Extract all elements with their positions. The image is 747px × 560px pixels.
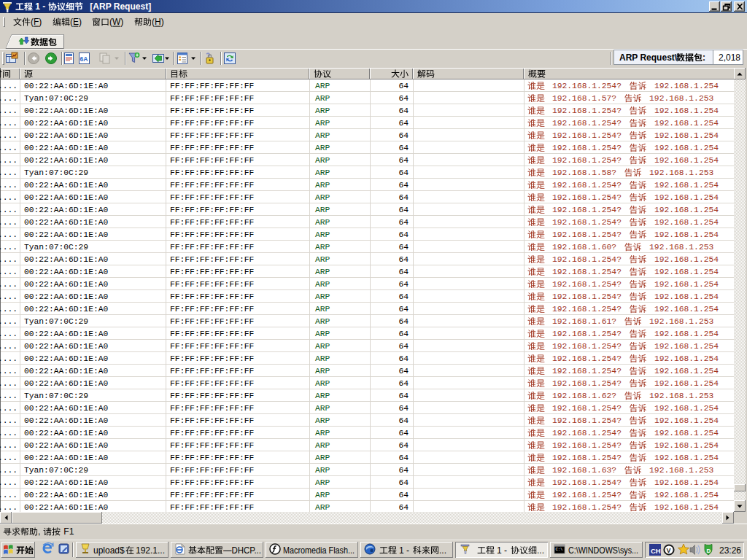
- svg-text:....: ....: [0, 491, 18, 499]
- svg-text:64: 64: [398, 255, 409, 264]
- svg-text:FF:FF:FF:FF:FF:FF: FF:FF:FF:FF:FF:FF: [170, 119, 254, 128]
- svg-text:....: ....: [0, 131, 18, 140]
- svg-text:192.168.1.254: 192.168.1.254: [654, 354, 719, 363]
- svg-text:—DHCP...: —DHCP...: [223, 545, 261, 556]
- svg-text:64: 64: [398, 367, 409, 376]
- svg-text:....: ....: [0, 292, 18, 301]
- svg-text:192.168.1.254: 192.168.1.254: [654, 367, 719, 376]
- svg-text:Tyan:07:0C:29: Tyan:07:0C:29: [24, 317, 88, 326]
- svg-text:192.168.1.254?: 192.168.1.254?: [552, 206, 622, 214]
- svg-text:192.168.1.63?: 192.168.1.63?: [552, 466, 616, 475]
- svg-text:ARP: ARP: [315, 230, 330, 239]
- svg-text:....: ....: [0, 416, 18, 425]
- svg-text:Tyan:07:0C:29: Tyan:07:0C:29: [24, 466, 88, 475]
- svg-text:192.168.1.254: 192.168.1.254: [654, 131, 719, 140]
- svg-text:192.168.1.254?: 192.168.1.254?: [552, 404, 622, 413]
- svg-text:192.168.1.254: 192.168.1.254: [654, 503, 719, 512]
- svg-text:FF:FF:FF:FF:FF:FF: FF:FF:FF:FF:FF:FF: [170, 503, 254, 512]
- svg-text:ARP: ARP: [315, 255, 330, 264]
- svg-text:64: 64: [398, 305, 409, 314]
- svg-text:FF:FF:FF:FF:FF:FF: FF:FF:FF:FF:FF:FF: [170, 206, 254, 214]
- svg-text:ARP: ARP: [315, 454, 330, 462]
- svg-text:64: 64: [398, 131, 409, 140]
- svg-text:FF:FF:FF:FF:FF:FF: FF:FF:FF:FF:FF:FF: [170, 454, 254, 462]
- svg-text:64: 64: [398, 491, 409, 499]
- svg-text:00:22:AA:6D:1E:A0: 00:22:AA:6D:1E:A0: [24, 305, 108, 314]
- svg-text:00:22:AA:6D:1E:A0: 00:22:AA:6D:1E:A0: [24, 416, 108, 425]
- svg-text:192.168.1.254?: 192.168.1.254?: [552, 416, 622, 425]
- svg-text:00:22:AA:6D:1E:A0: 00:22:AA:6D:1E:A0: [24, 193, 108, 202]
- svg-text:FF:FF:FF:FF:FF:FF: FF:FF:FF:FF:FF:FF: [170, 466, 254, 475]
- svg-text:192.168.1.60?: 192.168.1.60?: [552, 243, 616, 252]
- svg-text:[ARP Request]: [ARP Request]: [88, 1, 151, 12]
- svg-text:192.168.1.254: 192.168.1.254: [654, 144, 719, 152]
- svg-text:00:22:AA:6D:1E:A0: 00:22:AA:6D:1E:A0: [24, 230, 108, 239]
- svg-text:....: ....: [0, 230, 18, 239]
- svg-text:64: 64: [398, 503, 409, 512]
- svg-text:192.168.1.58?: 192.168.1.58?: [552, 168, 616, 177]
- svg-text:(F): (F): [31, 17, 42, 27]
- svg-text:....: ....: [0, 354, 18, 363]
- svg-text:192.168.1.254?: 192.168.1.254?: [552, 367, 622, 376]
- svg-text:192.168.1.254: 192.168.1.254: [654, 156, 719, 165]
- svg-text:192.168.1.254: 192.168.1.254: [654, 181, 719, 190]
- svg-text:ARP: ARP: [315, 82, 330, 90]
- svg-text:192.168.1.254: 192.168.1.254: [654, 478, 719, 487]
- svg-text:192.168.1.254?: 192.168.1.254?: [552, 354, 622, 363]
- svg-text:192.168.1.254: 192.168.1.254: [654, 379, 719, 388]
- svg-text:(W): (W): [109, 17, 123, 27]
- svg-text:64: 64: [398, 206, 409, 214]
- svg-text:00:22:AA:6D:1E:A0: 00:22:AA:6D:1E:A0: [24, 181, 108, 190]
- svg-text:64: 64: [398, 317, 409, 326]
- svg-text:....: ....: [0, 441, 18, 450]
- svg-text:....: ....: [0, 503, 18, 512]
- svg-text:....: ....: [0, 305, 18, 314]
- svg-text:64: 64: [398, 82, 409, 90]
- svg-text:....: ....: [0, 168, 18, 177]
- svg-text:D: D: [706, 548, 711, 554]
- svg-text:....: ....: [0, 280, 18, 289]
- svg-text:192.168.1.254?: 192.168.1.254?: [552, 441, 622, 450]
- svg-text:ARP: ARP: [315, 218, 330, 227]
- svg-text:00:22:AA:6D:1E:A0: 00:22:AA:6D:1E:A0: [24, 454, 108, 462]
- svg-text:192.168.1.254: 192.168.1.254: [654, 330, 719, 338]
- svg-text:64: 64: [398, 181, 409, 190]
- svg-text:192.168.1.57?: 192.168.1.57?: [552, 94, 616, 103]
- svg-text:64: 64: [398, 330, 409, 338]
- svg-text:00:22:AA:6D:1E:A0: 00:22:AA:6D:1E:A0: [24, 280, 108, 289]
- svg-text:192.168.1.254: 192.168.1.254: [654, 441, 719, 450]
- svg-text:192.168.1.254?: 192.168.1.254?: [552, 119, 622, 128]
- svg-text:6A: 6A: [80, 55, 88, 63]
- svg-text:FF:FF:FF:FF:FF:FF: FF:FF:FF:FF:FF:FF: [170, 168, 254, 177]
- svg-text:192.168.1.254?: 192.168.1.254?: [552, 454, 622, 462]
- svg-text:192.168.1.254?: 192.168.1.254?: [552, 379, 622, 388]
- svg-text:ARP: ARP: [315, 354, 330, 363]
- svg-text:64: 64: [398, 478, 409, 487]
- svg-text:FF:FF:FF:FF:FF:FF: FF:FF:FF:FF:FF:FF: [170, 354, 254, 363]
- svg-text:ARP: ARP: [315, 330, 330, 338]
- svg-text:64: 64: [398, 168, 409, 177]
- svg-text:....: ....: [0, 193, 18, 202]
- svg-text:00:22:AA:6D:1E:A0: 00:22:AA:6D:1E:A0: [24, 503, 108, 512]
- svg-text:192.168.1.253: 192.168.1.253: [649, 243, 713, 252]
- svg-text:192.168.1.254: 192.168.1.254: [654, 268, 719, 276]
- svg-text:...: ...: [439, 545, 446, 556]
- svg-text:192.168.1.254?: 192.168.1.254?: [552, 82, 622, 90]
- svg-text:192.168.1.254: 192.168.1.254: [654, 193, 719, 202]
- svg-text:FF:FF:FF:FF:FF:FF: FF:FF:FF:FF:FF:FF: [170, 317, 254, 326]
- svg-text:....: ....: [0, 379, 18, 388]
- svg-text:....: ....: [0, 94, 18, 103]
- svg-text:FF:FF:FF:FF:FF:FF: FF:FF:FF:FF:FF:FF: [170, 379, 254, 388]
- svg-text:192.168.1.254?: 192.168.1.254?: [552, 305, 622, 314]
- svg-text:00:22:AA:6D:1E:A0: 00:22:AA:6D:1E:A0: [24, 367, 108, 376]
- svg-text:ARP: ARP: [315, 280, 330, 289]
- svg-text:2,018: 2,018: [719, 52, 740, 63]
- svg-text:C:\: C:\: [555, 547, 563, 552]
- svg-text:192.168.1.254: 192.168.1.254: [654, 82, 719, 90]
- svg-text:....: ....: [0, 144, 18, 152]
- svg-text:00:22:AA:6D:1E:A0: 00:22:AA:6D:1E:A0: [24, 292, 108, 301]
- svg-text:1 -: 1 -: [399, 545, 409, 556]
- svg-text:192.168.1.254?: 192.168.1.254?: [552, 292, 622, 301]
- svg-text:ARP: ARP: [315, 193, 330, 202]
- svg-text:ARP: ARP: [315, 144, 330, 152]
